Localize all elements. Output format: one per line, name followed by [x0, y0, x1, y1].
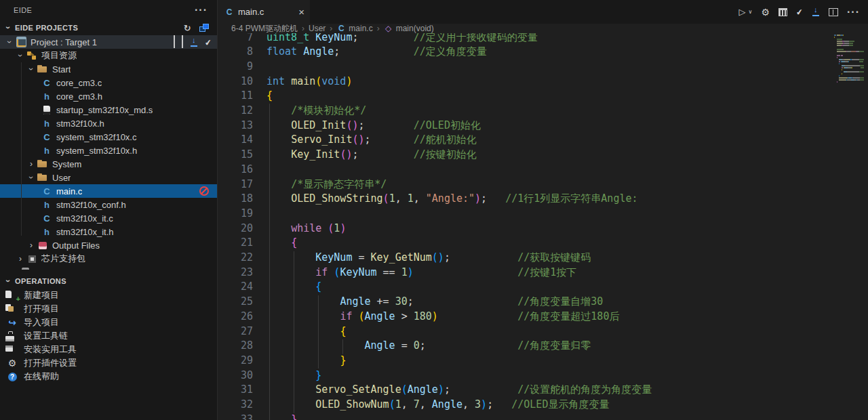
code-line[interactable]: 25 Angle += 30; //角度变量自增30 — [218, 295, 868, 310]
breadcrumb-item[interactable]: main.c — [336, 23, 372, 34]
tree-item-main-c[interactable]: main.c — [0, 184, 217, 198]
operation-item-open-project[interactable]: 打开项目 — [0, 302, 217, 316]
tree-item-芯片支持包[interactable]: 芯片支持包 — [0, 252, 217, 266]
breadcrumb-item[interactable]: main(void) — [384, 23, 434, 34]
flash-download-icon[interactable] — [190, 38, 198, 47]
code-line[interactable]: 21 { — [218, 236, 868, 251]
code-line[interactable]: 31 Servo_SetAngle(Angle); //设置舵机的角度为角度变量 — [218, 383, 868, 398]
chevron-right-icon[interactable] — [15, 254, 26, 264]
code-text: /*显示静态字符串*/ — [267, 177, 387, 192]
code-line[interactable]: 13 OLED_Init(); //OLED初始化 — [218, 119, 868, 133]
code-line[interactable]: 24 { — [218, 280, 868, 295]
tree-item-label: stm32f10x_conf.h — [56, 200, 126, 210]
operation-item-open-plugin-settings[interactable]: 打开插件设置 — [0, 356, 217, 370]
more-actions-icon[interactable] — [195, 4, 208, 16]
build-icon[interactable] — [174, 37, 175, 47]
code-line[interactable]: 23 if (KeyNum == 1) //按键1按下 — [218, 266, 868, 280]
chevron-down-icon[interactable] — [15, 51, 26, 60]
code-line[interactable]: 7uint8_t KeyNum; //定义用于接收键码的变量 — [218, 33, 868, 45]
code-line[interactable]: 28 Angle = 0; //角度变量归零 — [218, 339, 868, 354]
tree-item-stm32f10x-it-c[interactable]: stm32f10x_it.c — [0, 211, 217, 225]
chevron-down-icon[interactable] — [749, 9, 753, 15]
tree-item-stm32f10x-conf-h[interactable]: stm32f10x_conf.h — [0, 198, 217, 211]
sidebar: EIDE EIDE PROJECTS Project : Target 1项目资… — [0, 0, 218, 420]
chevron-down-icon — [3, 276, 14, 286]
chevron-down-icon[interactable] — [26, 173, 37, 182]
h-icon — [41, 226, 53, 237]
close-icon[interactable]: × — [298, 7, 304, 17]
open-plugin-settings-icon — [5, 358, 19, 369]
more-actions-icon[interactable] — [847, 6, 860, 18]
code-line[interactable]: 33 } — [218, 413, 868, 420]
tree-item-stm32f10x-it-h[interactable]: stm32f10x_it.h — [0, 225, 217, 238]
code-line[interactable]: 8float Angle; //定义角度变量 — [218, 45, 868, 60]
code-line[interactable]: 20 while (1) — [218, 222, 868, 236]
refresh-icon[interactable] — [184, 23, 191, 33]
code-line[interactable]: 9 — [218, 60, 868, 75]
tree-item-output-files[interactable]: Output Files — [0, 238, 217, 252]
operation-item-setup-toolchain[interactable]: 设置工具链 — [0, 329, 217, 343]
c-file-icon — [224, 7, 234, 18]
tree-item-label: main.c — [56, 186, 82, 196]
chevron-down-icon[interactable] — [26, 64, 37, 74]
code-line[interactable]: 10int main(void) — [218, 75, 868, 89]
rebuild-icon[interactable] — [182, 37, 183, 47]
tree-item-system-stm32f10x-c[interactable]: system_stm32f10x.c — [0, 130, 217, 144]
operation-item-install-utility-tools[interactable]: 安装实用工具 — [0, 343, 217, 356]
build-icon[interactable] — [778, 8, 787, 16]
tab-main-c[interactable]: main.c × — [218, 0, 310, 24]
code-line[interactable]: 14 Servo_Init(); //舵机初始化 — [218, 133, 868, 148]
code-line[interactable]: 15 Key_Init(); //按键初始化 — [218, 148, 868, 163]
split-editor-icon[interactable] — [829, 8, 838, 16]
code-line[interactable]: 26 if (Angle > 180) //角度变量超过180后 — [218, 310, 868, 324]
tree-item-user[interactable]: User — [0, 171, 217, 184]
clean-icon[interactable] — [205, 37, 212, 47]
code-line[interactable]: 11{ — [218, 89, 868, 104]
editor: main.c × 6-4 PWM驱动舵机›User›main.c›main(vo… — [218, 0, 868, 420]
tree-item-start[interactable]: Start — [0, 62, 217, 76]
operation-item-import-project[interactable]: 导入项目 — [0, 316, 217, 329]
code-area[interactable]: 7uint8_t KeyNum; //定义用于接收键码的变量8float Ang… — [218, 33, 868, 420]
chevron-right-icon[interactable] — [26, 240, 37, 250]
code-line[interactable]: 19 — [218, 207, 868, 222]
code-line[interactable]: 12 /*模块初始化*/ — [218, 104, 868, 119]
code-line[interactable]: 17 /*显示静态字符串*/ — [218, 177, 868, 192]
tree-item-system-stm32f10x-h[interactable]: system_stm32f10x.h — [0, 144, 217, 157]
code-line[interactable]: 27 { — [218, 324, 868, 339]
line-number: 21 — [218, 236, 253, 251]
tree-item-stm32f10x-h[interactable]: stm32f10x.h — [0, 117, 217, 130]
excluded-badge-icon — [198, 186, 210, 196]
tree-item-system[interactable]: System — [0, 157, 217, 171]
debug-run-icon[interactable] — [739, 7, 746, 17]
code-line[interactable]: 18 OLED_ShowString(1, 1, "Angle:"); //1行… — [218, 192, 868, 207]
breadcrumb-item[interactable]: User — [309, 24, 326, 33]
line-number: 12 — [218, 104, 253, 119]
code-line[interactable]: 32 OLED_ShowNum(1, 7, Angle, 3); //OLED显… — [218, 398, 868, 413]
tree-item-startup-stm32f10x-md-s[interactable]: startup_stm32f10x_md.s — [0, 103, 217, 117]
code-line[interactable]: 30 } — [218, 369, 868, 383]
operation-item-new-project[interactable]: 新建项目 — [0, 289, 217, 302]
operation-item-online-help[interactable]: 在线帮助 — [0, 370, 217, 383]
tree-item-项目资源[interactable]: 项目资源 — [0, 49, 217, 62]
chevron-down-icon — [3, 23, 14, 33]
workspace-windows-icon[interactable] — [199, 24, 209, 32]
clean-icon[interactable] — [796, 7, 803, 17]
h-icon — [41, 118, 53, 129]
flash-download-icon[interactable] — [812, 7, 820, 16]
projects-section-header[interactable]: EIDE PROJECTS — [0, 20, 217, 35]
code-line[interactable]: 29 } — [218, 354, 868, 369]
code-text: } — [267, 354, 346, 369]
chevron-down-icon[interactable] — [4, 37, 15, 47]
tree-item-project-target-1[interactable]: Project : Target 1 — [0, 35, 217, 49]
line-number: 16 — [218, 163, 253, 177]
tree-item-partial[interactable] — [0, 266, 217, 270]
code-line[interactable]: 22 KeyNum = Key_GetNum(); //获取按键键码 — [218, 251, 868, 266]
settings-gear-icon[interactable] — [761, 7, 770, 18]
code-line[interactable]: 16 — [218, 163, 868, 177]
breadcrumb-item[interactable]: 6-4 PWM驱动舵机 — [231, 23, 298, 35]
tree-item-core-cm3-h[interactable]: core_cm3.h — [0, 89, 217, 103]
tree-item-core-cm3-c[interactable]: core_cm3.c — [0, 76, 217, 89]
chevron-right-icon[interactable] — [26, 159, 37, 169]
operations-section-header[interactable]: OPERATIONS — [0, 274, 217, 289]
tab-bar: main.c × — [218, 0, 868, 24]
